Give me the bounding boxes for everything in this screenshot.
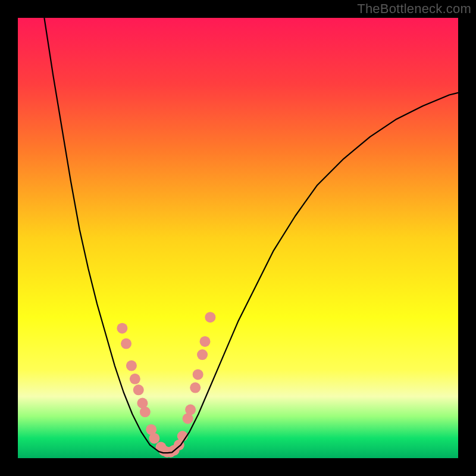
- data-marker: [193, 369, 203, 380]
- data-marker: [149, 433, 159, 444]
- data-marker: [121, 339, 131, 349]
- data-marker: [185, 405, 196, 415]
- data-marker: [126, 361, 137, 371]
- data-marker: [130, 374, 140, 384]
- data-marker: [200, 336, 211, 347]
- watermark-text: TheBottleneck.com: [357, 1, 471, 17]
- chart-svg: [18, 18, 458, 458]
- chart-frame: TheBottleneck.com: [0, 0, 476, 476]
- gradient-background: [18, 18, 458, 458]
- plot-area: [18, 18, 458, 458]
- data-marker: [197, 349, 208, 360]
- data-marker: [140, 406, 151, 417]
- data-marker: [133, 384, 144, 395]
- data-marker: [205, 312, 215, 322]
- data-marker: [190, 383, 201, 393]
- data-marker: [117, 323, 127, 334]
